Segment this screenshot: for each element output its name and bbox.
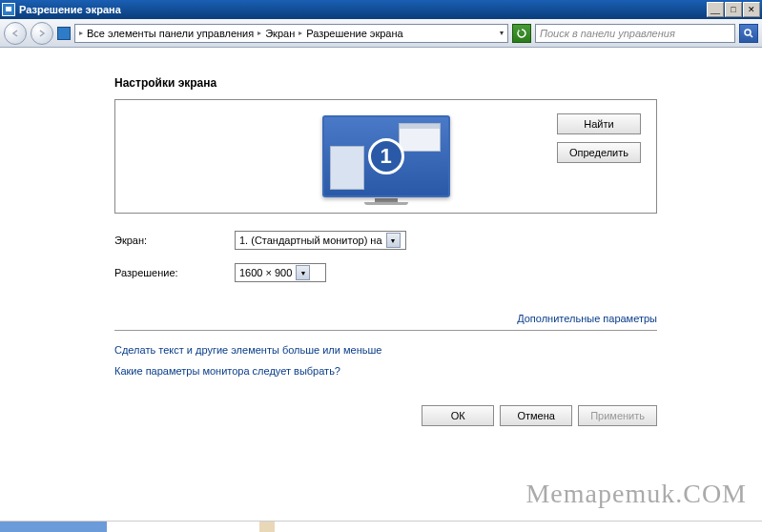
- breadcrumb-part[interactable]: Разрешение экрана: [306, 28, 402, 39]
- display-preview: 1 Найти Определить: [114, 99, 657, 214]
- chevron-down-icon[interactable]: ▾: [500, 29, 504, 37]
- chevron-down-icon: ▼: [386, 233, 401, 248]
- forward-button[interactable]: [31, 22, 53, 45]
- navigation-toolbar: ▸ Все элементы панели управления ▸ Экран…: [0, 19, 762, 48]
- maximize-button[interactable]: □: [725, 2, 742, 17]
- monitor-number: 1: [368, 138, 404, 174]
- resolution-row: Разрешение: 1600 × 900 ▼: [114, 263, 657, 282]
- footer-links: Сделать текст и другие элементы больше и…: [114, 344, 657, 377]
- detect-button[interactable]: Определить: [557, 142, 641, 163]
- cancel-button[interactable]: Отмена: [500, 405, 572, 426]
- find-button[interactable]: Найти: [557, 113, 641, 134]
- window-thumb-icon: [399, 123, 441, 152]
- close-button[interactable]: ✕: [743, 2, 760, 17]
- taskbar-strip: [0, 521, 762, 532]
- monitor-preview[interactable]: 1: [322, 115, 450, 205]
- desktop-thumb-icon: [330, 146, 364, 190]
- screen-dropdown[interactable]: 1. (Стандартный монитор) на ▼: [235, 231, 406, 250]
- text-size-link[interactable]: Сделать текст и другие элементы больше и…: [114, 344, 657, 356]
- resolution-dropdown[interactable]: 1600 × 900 ▼: [235, 263, 326, 282]
- svg-rect-0: [6, 7, 11, 11]
- back-button[interactable]: [4, 22, 27, 45]
- window-titlebar: Разрешение экрана __ □ ✕: [0, 0, 762, 19]
- breadcrumb-bar[interactable]: ▸ Все элементы панели управления ▸ Экран…: [74, 24, 508, 43]
- search-button[interactable]: [739, 24, 758, 43]
- refresh-button[interactable]: [512, 24, 531, 43]
- screen-row: Экран: 1. (Стандартный монитор) на ▼: [114, 231, 657, 250]
- breadcrumb-part[interactable]: Экран: [265, 28, 295, 39]
- minimize-button[interactable]: __: [707, 2, 724, 17]
- search-input[interactable]: Поиск в панели управления: [535, 24, 735, 43]
- screen-value: 1. (Стандартный монитор) на: [239, 235, 382, 246]
- monitor-base: [364, 202, 408, 205]
- svg-point-1: [745, 30, 751, 35]
- breadcrumb-part[interactable]: Все элементы панели управления: [87, 28, 254, 39]
- resolution-value: 1600 × 900: [239, 267, 292, 278]
- apply-button[interactable]: Применить: [578, 405, 657, 426]
- advanced-link[interactable]: Дополнительные параметры: [517, 313, 657, 324]
- resolution-label: Разрешение:: [114, 267, 235, 278]
- search-placeholder: Поиск в панели управления: [540, 28, 675, 39]
- window-title: Разрешение экрана: [19, 4, 707, 15]
- location-icon: [57, 27, 71, 40]
- breadcrumb-sep: ▸: [257, 29, 261, 37]
- ok-button[interactable]: ОК: [422, 405, 494, 426]
- params-help-link[interactable]: Какие параметры монитора следует выбрать…: [114, 365, 657, 377]
- chevron-down-icon: ▼: [296, 265, 310, 280]
- content-area: Настройки экрана 1 Найти Определить Экра…: [0, 48, 762, 426]
- app-icon: [2, 3, 15, 16]
- breadcrumb-sep: ▸: [79, 29, 83, 37]
- breadcrumb-sep: ▸: [299, 29, 302, 37]
- page-heading: Настройки экрана: [114, 76, 657, 90]
- window-controls: __ □ ✕: [707, 2, 760, 17]
- dialog-buttons: ОК Отмена Применить: [114, 405, 657, 426]
- screen-label: Экран:: [114, 235, 235, 246]
- advanced-link-row: Дополнительные параметры: [114, 313, 657, 331]
- watermark: Memapemuk.COM: [525, 479, 747, 509]
- svg-line-2: [751, 34, 753, 37]
